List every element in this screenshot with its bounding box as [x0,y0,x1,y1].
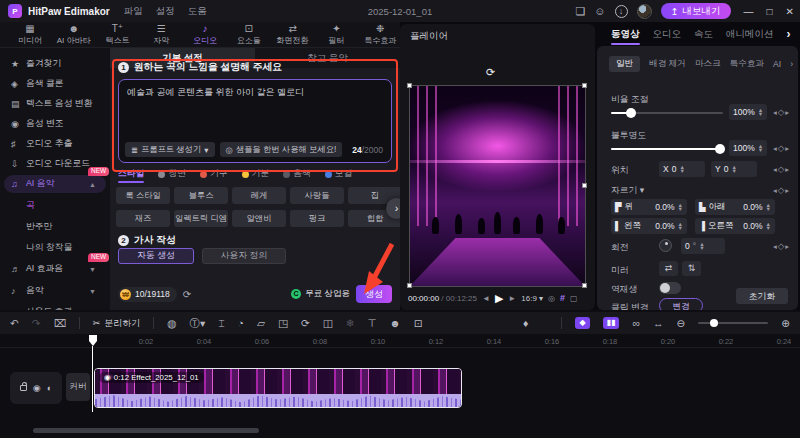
timeline-horizontal-scrollbar[interactable] [33,428,259,433]
mirror-horizontal-icon[interactable]: ⇄ [659,261,678,276]
tab-filter[interactable]: ✦필터 [316,24,356,46]
undo-icon[interactable]: ↶ [10,318,19,329]
zoom-in-icon[interactable]: ⊕ [781,318,790,329]
subtabs-more-icon[interactable]: › [790,59,793,69]
fit-timeline-icon[interactable]: ↔ [653,318,664,329]
shield-icon[interactable]: ◍ [167,318,176,329]
grid-toggle-icon[interactable]: # [560,293,565,303]
video-preview[interactable] [410,86,585,286]
refresh-icon[interactable]: ⟳ [183,289,191,300]
user-avatar[interactable] [637,4,652,19]
genre-blues[interactable]: 블루스 [174,187,228,204]
freeze-icon[interactable]: ❄ [346,318,355,329]
genre-funk[interactable]: 펑크 [290,210,344,227]
sidebar-item-tts[interactable]: ▤텍스트 음성 변환 [4,95,106,113]
rotate-icon[interactable]: ⟳ [301,318,310,329]
text-tool-icon[interactable]: Ⓣ▾ [189,318,205,329]
lyrics-auto-button[interactable]: 자동 생성 [118,248,194,264]
tab-elements[interactable]: ⊡요소들 [229,24,269,46]
prompt-textarea[interactable]: 예술과 공예 콘텐츠를 위한 아이 같은 멜로디 ≣프롬프트 생성기▾ ◎샘플을… [118,79,392,163]
opacity-keyframe-controls[interactable]: ◂◇▸ [773,143,790,153]
category-scene[interactable]: 장면 [158,168,186,180]
split-button[interactable]: ✂분리하기 [93,317,141,330]
layout-icon[interactable]: ❏ [575,6,585,17]
prev-frame-button[interactable]: ◄ [482,294,490,303]
tab-speed[interactable]: 속도 [694,28,713,41]
export-button[interactable]: ↥내보내기 [661,3,731,19]
category-tone[interactable]: 음색 [283,168,311,180]
rotate-handle-icon[interactable]: ⟳ [486,66,495,79]
minimize-button[interactable]: — [744,6,754,17]
genre-rock[interactable]: 록 스타일 [116,187,170,204]
resize-handle[interactable] [582,83,587,88]
category-instrument[interactable]: 기구 [200,168,228,180]
tabs-more-icon[interactable]: › [787,27,791,41]
opacity-value[interactable]: 100%▲▼ [729,140,767,156]
text-template-icon[interactable]: ⊤ [367,318,376,329]
position-keyframe-controls[interactable]: ◂◇▸ [773,164,790,174]
position-y-field[interactable]: Y0▲▼ [711,161,757,177]
next-frame-button[interactable]: ► [508,294,516,303]
scale-slider[interactable] [611,112,723,114]
subtab-mask[interactable]: 마스크 [695,58,721,70]
scale-keyframe-controls[interactable]: ◂◇▸ [773,107,790,117]
menu-help[interactable]: 도움 [188,5,207,18]
sidebar-subitem-my-creations[interactable]: 나의 창작물 [26,242,72,254]
mirror-vertical-icon[interactable]: ⇅ [682,261,701,276]
generate-button[interactable]: 생성 [356,285,392,303]
download-icon[interactable]: ↓ [615,5,628,18]
resize-handle[interactable] [582,183,587,188]
maximize-button[interactable]: □ [767,6,773,17]
rotate-keyframe-controls[interactable]: ◂◇▸ [773,241,790,251]
sidebar-item-voice-changer[interactable]: ◉음성 변조 [4,115,106,133]
close-button[interactable]: ✕ [786,6,794,17]
link-icon[interactable]: ∞ [632,318,640,329]
play-button[interactable]: ▶ [495,292,503,305]
resize-icon[interactable]: ◳ [278,318,288,329]
sidebar-item-music[interactable]: ♪음악▼ [4,282,106,300]
subtab-effects[interactable]: 특수효과 [730,58,764,70]
flip-icon[interactable]: ◫ [323,318,333,329]
cover-track-button[interactable]: 커버 [66,373,90,401]
delete-icon[interactable]: ⌧ [54,318,66,329]
crop-keyframe-controls[interactable]: ◂◇▸ [773,185,790,195]
record-mic-icon[interactable]: ♦ [523,318,528,329]
category-vocal[interactable]: 보컬 [325,168,353,180]
remove-gap-icon[interactable]: ⌶ [218,318,224,329]
snapshot-icon[interactable]: ◎ [548,294,555,303]
category-mood[interactable]: 기분 [242,168,270,180]
eye-icon[interactable]: ◉ [33,383,41,393]
genre-jazz[interactable]: 재즈 [116,210,170,227]
lyrics-custom-button[interactable]: 사용자 정의 [202,248,286,264]
rotate-dial[interactable] [659,239,672,252]
crop-icon[interactable]: ▱ [257,318,265,329]
video-clip[interactable]: ◉0:12 Effect_2025_12_01 [94,368,462,408]
speed-icon[interactable]: ◔ [238,318,244,329]
tab-video[interactable]: 동영상 [611,28,640,41]
opacity-slider[interactable] [611,148,723,150]
crop-bottom-field[interactable]: ▙아래0.0%▲▼ [695,199,775,215]
sidebar-item-audio-extract[interactable]: ♯오디오 추출 [4,135,106,153]
genre-rnb[interactable]: 알앤비 [232,210,286,227]
menu-file[interactable]: 파일 [124,5,143,18]
subtab-ai[interactable]: AI [773,59,781,69]
sidebar-item-sound-effects[interactable]: ♩사운드 효과▼ [4,303,106,310]
crop-left-field[interactable]: ▌왼쪽0.0%▲▼ [611,218,687,234]
tab-media[interactable]: ▦미디어 [10,24,50,46]
prompt-generator-button[interactable]: ≣프롬프트 생성기▾ [125,142,215,157]
mute-icon[interactable]: ◐ [47,383,52,393]
sidebar-item-ai-music[interactable]: ♫AI 음악▲ [4,175,106,193]
lock-icon[interactable] [20,385,27,391]
resize-handle[interactable] [407,83,412,88]
genre-love[interactable]: 사랑들 [290,187,344,204]
position-x-field[interactable]: X0▲▼ [659,161,705,177]
scale-value[interactable]: 100%▲▼ [729,104,767,120]
genre-reggae[interactable]: 레게 [232,187,286,204]
sidebar-item-favorites[interactable]: ★즐겨찾기 [4,55,106,73]
upscale-icon[interactable]: ⊡ [414,318,423,329]
tab-transition[interactable]: ⇄화면전환 [273,24,313,46]
subtab-general[interactable]: 일반 [609,56,640,72]
sidebar-subitem-instrumental[interactable]: 반주만 [26,221,52,233]
keyframe-icon[interactable]: ◆ [575,317,589,329]
tab-subtitle[interactable]: ☰자막 [141,24,181,46]
